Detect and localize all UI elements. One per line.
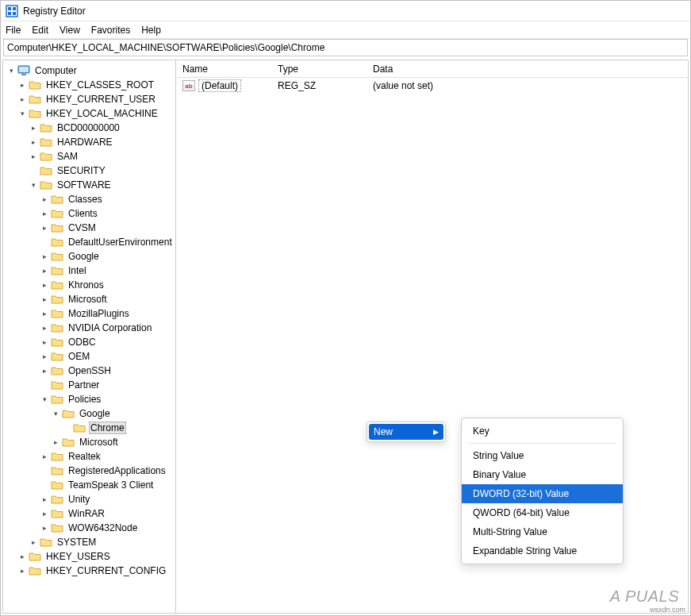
menu-favorites[interactable]: Favorites	[91, 25, 130, 36]
chevron-right-icon[interactable]: ▸	[40, 509, 49, 518]
app-icon	[6, 5, 18, 17]
chevron-right-icon[interactable]: ▸	[40, 266, 49, 275]
tree-intel[interactable]: ▸Intel	[6, 264, 175, 278]
tree-hkcc[interactable]: ▸HKEY_CURRENT_CONFIG	[6, 564, 175, 578]
chevron-down-icon[interactable]: ▾	[29, 180, 38, 190]
address-bar[interactable]: Computer\HKEY_LOCAL_MACHINE\SOFTWARE\Pol…	[3, 39, 688, 56]
chevron-right-icon[interactable]: ▸	[40, 495, 49, 504]
list-row[interactable]: ab (Default) REG_SZ (value not set)	[176, 78, 688, 94]
chevron-down-icon[interactable]: ▾	[6, 66, 16, 75]
menu-item-key[interactable]: Key	[462, 422, 623, 441]
tree-microsoft-pol[interactable]: ▸Microsoft	[6, 435, 175, 449]
menu-item-string-value[interactable]: String Value	[462, 446, 623, 465]
tree-chrome[interactable]: ▸Chrome	[6, 421, 175, 435]
menu-item-dword-value[interactable]: DWORD (32-bit) Value	[462, 484, 623, 503]
tree-security[interactable]: ▸ SECURITY	[6, 164, 175, 178]
chevron-down-icon[interactable]: ▾	[40, 395, 49, 404]
chevron-right-icon[interactable]: ▸	[40, 223, 49, 233]
tree-bcd[interactable]: ▸ BCD00000000	[6, 121, 175, 135]
tree-classes[interactable]: ▸Classes	[6, 192, 175, 206]
chevron-right-icon[interactable]: ▸	[40, 366, 49, 375]
menu-view[interactable]: View	[60, 25, 80, 36]
tree-openssh[interactable]: ▸OpenSSH	[6, 364, 175, 378]
chevron-right-icon[interactable]: ▸	[40, 337, 49, 347]
chevron-right-icon[interactable]: ▸	[17, 566, 27, 576]
folder-icon	[51, 251, 63, 262]
tree-computer[interactable]: ▾ Computer	[6, 64, 175, 78]
tree-label: HARDWARE	[56, 137, 114, 148]
chevron-right-icon[interactable]: ▸	[40, 352, 49, 361]
tree-winrar[interactable]: ▸WinRAR	[6, 506, 175, 521]
tree-regapps[interactable]: ▸RegisteredApplications	[6, 464, 175, 478]
menu-item-qword-value[interactable]: QWORD (64-bit) Value	[462, 503, 623, 522]
tree-cvsm[interactable]: ▸CVSM	[6, 221, 175, 235]
menu-item-binary-value[interactable]: Binary Value	[462, 465, 623, 484]
tree-microsoft-sw[interactable]: ▸Microsoft	[6, 292, 175, 306]
tree-odbc[interactable]: ▸ODBC	[6, 335, 175, 349]
tree-view[interactable]: ▾ Computer ▸ HKEY_CLASSES_ROOT ▸ HKEY_CU…	[3, 60, 176, 613]
chevron-right-icon[interactable]: ▸	[29, 537, 38, 547]
tree-google-sw[interactable]: ▸Google	[6, 249, 175, 264]
chevron-right-icon[interactable]: ▸	[29, 152, 38, 161]
tree-hklm[interactable]: ▾ HKEY_LOCAL_MACHINE	[6, 106, 175, 121]
tree-software[interactable]: ▾ SOFTWARE	[6, 178, 175, 192]
chevron-right-icon: ▶	[433, 428, 439, 436]
tree-label: Partner	[67, 379, 101, 391]
tree-label: SAM	[56, 151, 79, 162]
tree-wow64[interactable]: ▸WOW6432Node	[6, 521, 175, 535]
tree-khronos[interactable]: ▸Khronos	[6, 278, 175, 292]
tree-google-pol[interactable]: ▾Google	[6, 406, 175, 421]
chevron-right-icon[interactable]: ▸	[51, 437, 60, 447]
tree-nvidia[interactable]: ▸NVIDIA Corporation	[6, 321, 175, 335]
tree-due[interactable]: ▸DefaultUserEnvironment	[6, 235, 175, 249]
cell-name: ab (Default)	[176, 79, 271, 92]
tree-hardware[interactable]: ▸ HARDWARE	[6, 135, 175, 149]
menu-item-multi-string-value[interactable]: Multi-String Value	[462, 522, 623, 541]
tree-policies[interactable]: ▾Policies	[6, 392, 175, 406]
chevron-right-icon[interactable]: ▸	[29, 123, 38, 133]
chevron-right-icon[interactable]: ▸	[40, 252, 49, 261]
chevron-right-icon[interactable]: ▸	[40, 295, 49, 304]
tree-label: Realtek	[67, 451, 102, 462]
menu-separator	[468, 443, 616, 444]
chevron-right-icon[interactable]: ▸	[40, 452, 49, 461]
col-data[interactable]: Data	[367, 64, 688, 75]
tree-hkcu[interactable]: ▸ HKEY_CURRENT_USER	[6, 92, 175, 106]
chevron-right-icon[interactable]: ▸	[40, 194, 49, 204]
chevron-right-icon[interactable]: ▸	[40, 209, 49, 218]
tree-mozilla[interactable]: ▸MozillaPlugins	[6, 306, 175, 321]
chevron-right-icon[interactable]: ▸	[17, 94, 27, 104]
folder-icon	[51, 208, 63, 219]
chevron-right-icon[interactable]: ▸	[40, 323, 49, 333]
tree-label: Microsoft	[67, 294, 109, 305]
menu-item-expandable-string-value[interactable]: Expandable String Value	[462, 541, 623, 560]
chevron-right-icon[interactable]: ▸	[40, 309, 49, 318]
chevron-right-icon[interactable]: ▸	[17, 80, 27, 90]
tree-label: HKEY_CURRENT_CONFIG	[44, 565, 167, 576]
tree-partner[interactable]: ▸Partner	[6, 378, 175, 392]
tree-clients[interactable]: ▸Clients	[6, 206, 175, 221]
chevron-right-icon[interactable]: ▸	[40, 523, 49, 533]
menu-edit[interactable]: Edit	[32, 25, 48, 36]
tree-unity[interactable]: ▸Unity	[6, 492, 175, 506]
menu-help[interactable]: Help	[141, 25, 161, 36]
tree-realtek[interactable]: ▸Realtek	[6, 449, 175, 464]
tree-oem[interactable]: ▸OEM	[6, 349, 175, 364]
tree-hku[interactable]: ▸HKEY_USERS	[6, 549, 175, 564]
tree-ts3[interactable]: ▸TeamSpeak 3 Client	[6, 478, 175, 492]
menu-file[interactable]: File	[6, 25, 21, 36]
folder-icon	[51, 451, 63, 462]
chevron-down-icon[interactable]: ▾	[17, 109, 27, 118]
tree-sam[interactable]: ▸ SAM	[6, 149, 175, 164]
chevron-right-icon[interactable]: ▸	[29, 137, 38, 147]
titlebar: Registry Editor	[1, 1, 690, 21]
chevron-right-icon[interactable]: ▸	[40, 280, 49, 290]
col-name[interactable]: Name	[176, 64, 271, 75]
tree-system[interactable]: ▸SYSTEM	[6, 535, 175, 549]
chevron-right-icon[interactable]: ▸	[17, 552, 27, 561]
menu-item-new[interactable]: New ▶	[369, 424, 443, 440]
folder-icon	[40, 151, 52, 162]
col-type[interactable]: Type	[271, 64, 367, 75]
chevron-down-icon[interactable]: ▾	[51, 409, 60, 418]
tree-hkcr[interactable]: ▸ HKEY_CLASSES_ROOT	[6, 78, 175, 92]
